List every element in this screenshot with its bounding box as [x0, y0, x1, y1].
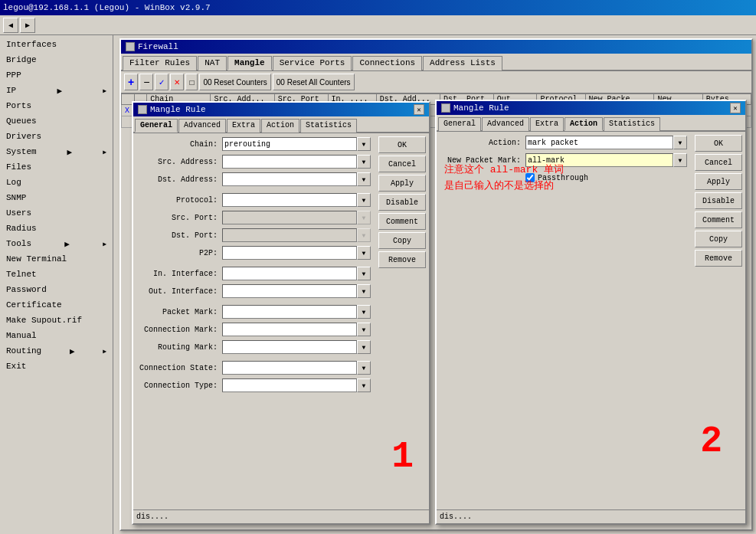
dialog-2-tab-extra[interactable]: Extra [530, 117, 564, 131]
dialog-2-tab-action[interactable]: Action [565, 117, 603, 131]
in-interface-dropdown-button[interactable]: ▼ [357, 267, 371, 280]
dialog-2-tab-general[interactable]: General [438, 117, 481, 131]
dialog-1-tab-general[interactable]: General [135, 119, 178, 133]
sidebar-item-new-terminal[interactable]: New Terminal [0, 251, 113, 267]
connection-mark-input[interactable] [222, 323, 357, 336]
action-row: Action: ▼ [441, 135, 687, 150]
sidebar-item-drivers[interactable]: Drivers [0, 129, 113, 144]
dialog-1-cancel-button[interactable]: Cancel [378, 156, 426, 172]
sidebar-item-ports[interactable]: Ports [0, 98, 113, 113]
dialog-1-remove-button[interactable]: Remove [378, 251, 426, 268]
chevron-right-icon: ▶ [57, 86, 62, 96]
dialog-2-copy-button[interactable]: Copy [695, 231, 742, 247]
sidebar-item-snmp[interactable]: SNMP [0, 190, 113, 205]
src-address-input[interactable] [222, 155, 357, 169]
chain-dropdown-button[interactable]: ▼ [357, 137, 371, 151]
dialog-2-tab-advanced[interactable]: Advanced [482, 117, 529, 131]
sidebar-item-exit[interactable]: Exit [0, 359, 113, 374]
dialog-2-close-button[interactable]: ✕ [730, 103, 741, 113]
out-interface-input[interactable] [222, 284, 357, 298]
connection-type-input[interactable] [222, 378, 357, 392]
dialog-1-comment-button[interactable]: Comment [378, 213, 426, 230]
dialog-2-remove-button[interactable]: Remove [695, 250, 742, 267]
dialog-1-tab-statistics[interactable]: Statistics [300, 119, 357, 133]
routing-mark-input[interactable] [222, 340, 357, 354]
routing-mark-dropdown-button[interactable]: ▼ [357, 340, 371, 354]
back-button[interactable]: ◀ [3, 18, 18, 33]
dialog-2-ok-button[interactable]: OK [695, 135, 742, 152]
sidebar-item-system[interactable]: System ▶ [0, 144, 113, 159]
src-address-dropdown-button[interactable]: ▼ [357, 155, 371, 169]
sidebar-item-users[interactable]: Users [0, 205, 113, 221]
packet-mark-input[interactable] [222, 305, 357, 319]
sidebar-item-ip[interactable]: IP ▶ [0, 83, 113, 98]
new-packet-mark-dropdown-button[interactable]: ▼ [673, 153, 687, 167]
dialog-1-copy-button[interactable]: Copy [378, 232, 426, 249]
dialog-1-tab-extra[interactable]: Extra [227, 119, 260, 133]
dialog-1-close-button[interactable]: ✕ [414, 104, 424, 115]
add-button[interactable]: + [124, 74, 138, 90]
tab-filter-rules[interactable]: Filter Rules [123, 56, 197, 70]
protocol-input[interactable] [222, 193, 357, 207]
out-interface-dropdown-button[interactable]: ▼ [357, 284, 371, 298]
remove-button[interactable]: − [139, 74, 153, 90]
sidebar-item-interfaces[interactable]: Interfaces [0, 37, 113, 52]
sidebar-item-tools[interactable]: Tools ▶ [0, 236, 113, 251]
connection-state-input[interactable] [222, 361, 357, 375]
p2p-input[interactable] [222, 246, 357, 260]
copy-icon-button[interactable]: □ [185, 74, 198, 90]
new-packet-mark-input[interactable] [525, 153, 673, 167]
dialog-2-tab-statistics[interactable]: Statistics [604, 117, 660, 131]
reset-all-counters-button[interactable]: 00 Reset All Counters [273, 74, 355, 90]
action-input[interactable] [525, 136, 673, 149]
routing-mark-input-group: ▼ [222, 340, 371, 354]
passthrough-checkbox[interactable] [525, 173, 535, 182]
sidebar-item-manual[interactable]: Manual [0, 328, 113, 343]
tab-address-lists[interactable]: Address Lists [423, 56, 502, 70]
dst-address-input[interactable] [222, 172, 357, 186]
dst-address-dropdown-button[interactable]: ▼ [357, 172, 371, 186]
dialog-2-apply-button[interactable]: Apply [695, 173, 742, 190]
sidebar-item-files[interactable]: Files [0, 159, 113, 175]
reset-counters-button[interactable]: 00 Reset Counters [199, 74, 270, 90]
sidebar-item-certificate[interactable]: Certificate [0, 297, 113, 313]
tab-mangle[interactable]: Mangle [227, 56, 272, 70]
dialog-1-tab-action[interactable]: Action [261, 119, 299, 133]
dialog-2-comment-button[interactable]: Comment [695, 211, 742, 228]
disable-button[interactable]: ✕ [170, 74, 184, 90]
dialog-1-tab-advanced[interactable]: Advanced [178, 119, 226, 133]
connection-state-dropdown-button[interactable]: ▼ [357, 361, 371, 375]
connection-mark-dropdown-button[interactable]: ▼ [357, 323, 371, 336]
packet-mark-dropdown-button[interactable]: ▼ [357, 305, 371, 319]
enable-button[interactable]: ✓ [155, 74, 169, 90]
tab-nat[interactable]: NAT [198, 56, 227, 70]
sidebar-item-ppp[interactable]: PPP [0, 67, 113, 83]
forward-button[interactable]: ▶ [20, 18, 35, 33]
tab-connections[interactable]: Connections [352, 56, 422, 70]
p2p-dropdown-button[interactable]: ▼ [357, 246, 371, 260]
sidebar-item-bridge[interactable]: Bridge [0, 52, 113, 67]
connection-type-dropdown-button[interactable]: ▼ [357, 378, 371, 392]
sidebar-item-log[interactable]: Log [0, 175, 113, 190]
sidebar-item-telnet[interactable]: Telnet [0, 267, 113, 282]
dialog-1-apply-button[interactable]: Apply [378, 175, 426, 192]
sidebar-item-queues[interactable]: Queues [0, 113, 113, 129]
in-interface-row: In. Interface: ▼ [138, 266, 371, 281]
dialog-2-cancel-button[interactable]: Cancel [695, 154, 742, 171]
protocol-dropdown-button[interactable]: ▼ [357, 193, 371, 207]
out-interface-row: Out. Interface: ▼ [138, 283, 371, 299]
action-dropdown-button[interactable]: ▼ [673, 136, 687, 149]
dialog-1-ok-button[interactable]: OK [378, 136, 426, 153]
sidebar-item-routing[interactable]: Routing ▶ [0, 343, 113, 359]
src-address-input-group: ▼ [222, 155, 371, 169]
sidebar-item-password[interactable]: Password [0, 282, 113, 297]
in-interface-input[interactable] [222, 267, 357, 280]
reset-counters-label: 00 Reset Counters [203, 78, 267, 87]
tab-service-ports[interactable]: Service Ports [273, 56, 352, 70]
main-layout: Interfaces Bridge PPP IP ▶ Ports Queues … [0, 35, 756, 534]
chain-input[interactable] [222, 137, 357, 151]
sidebar-item-make-supout[interactable]: Make Supout.rif [0, 313, 113, 328]
sidebar-item-radius[interactable]: Radius [0, 221, 113, 236]
dialog-1-disable-button[interactable]: Disable [378, 194, 426, 211]
dialog-2-disable-button[interactable]: Disable [695, 192, 742, 209]
